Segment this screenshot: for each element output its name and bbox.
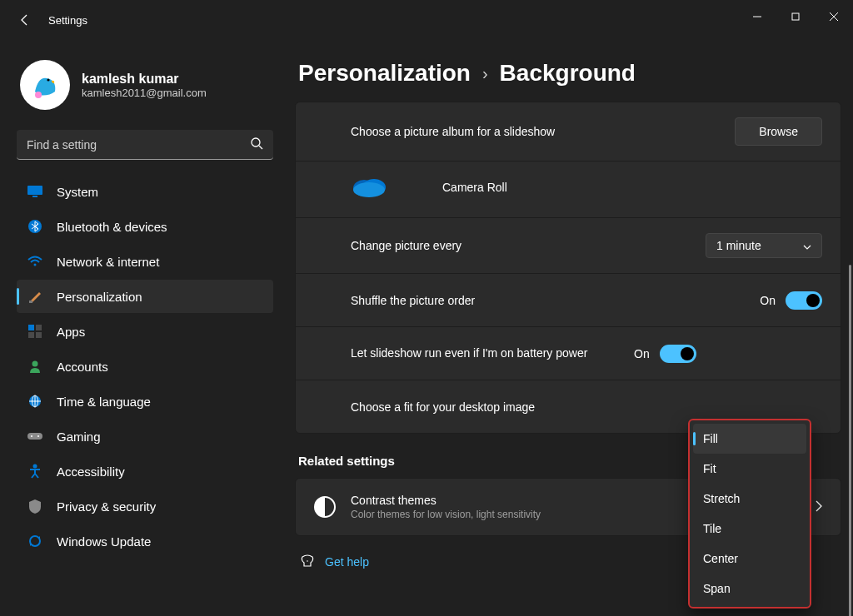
svg-rect-12 [29,301,32,303]
svg-rect-1 [792,13,799,20]
back-button[interactable] [17,13,33,27]
dropdown-option-fill[interactable]: Fill [693,424,806,454]
svg-rect-15 [28,332,34,338]
app-title: Settings [48,14,87,27]
nav-label: Personalization [57,290,142,304]
gamepad-icon [27,431,43,441]
chevron-right-icon: › [482,64,488,83]
svg-point-11 [34,264,37,266]
onedrive-icon [351,173,387,201]
album-name: Camera Roll [442,181,507,194]
settings-panel: Choose a picture album for a slideshow B… [295,102,841,434]
battery-toggle[interactable] [660,345,696,363]
person-icon [27,360,43,373]
scrollbar[interactable] [849,265,851,616]
monitor-icon [27,186,43,197]
shield-icon [27,499,43,514]
svg-rect-14 [36,325,42,330]
svg-point-23 [33,464,37,469]
maximize-button[interactable] [776,0,815,33]
nav-label: Gaming [57,430,101,444]
profile-block[interactable]: kamlesh kumar kamlesh2011@gmail.com [17,53,273,127]
help-icon [300,554,315,569]
brush-icon [27,289,43,304]
close-button[interactable] [815,0,853,33]
row-label: Choose a picture album for a slideshow [351,125,735,138]
interval-select[interactable]: 1 minute [706,233,822,258]
contrast-title: Contrast themes [351,494,541,507]
row-album: Choose a picture album for a slideshow B… [296,102,841,161]
nav-label: System [57,185,98,199]
dropdown-option-span[interactable]: Span [690,574,810,604]
breadcrumb: Personalization › Background [295,60,841,87]
accessibility-icon [27,464,43,479]
row-label: Shuffle the picture order [351,294,760,307]
row-interval: Change picture every 1 minute [296,217,841,273]
apps-icon [27,325,43,338]
svg-point-17 [32,361,38,367]
svg-point-4 [35,92,42,98]
nav-list: System Bluetooth & devices Network & int… [17,175,273,558]
nav-label: Privacy & security [57,499,156,514]
contrast-icon [314,496,336,518]
svg-point-26 [353,182,385,197]
breadcrumb-current: Background [500,60,636,87]
globe-icon [27,395,43,408]
svg-point-6 [252,138,260,147]
search-box[interactable] [17,130,273,160]
row-label: Let slideshow run even if I'm on battery… [351,345,634,362]
nav-bluetooth[interactable]: Bluetooth & devices [17,210,273,243]
nav-gaming[interactable]: Gaming [17,420,273,453]
svg-rect-8 [27,186,42,195]
nav-windows-update[interactable]: Windows Update [17,524,273,558]
bluetooth-icon [27,219,43,234]
dropdown-option-center[interactable]: Center [690,544,810,574]
nav-accessibility[interactable]: Accessibility [17,455,273,488]
toggle-state: On [760,294,776,307]
nav-network[interactable]: Network & internet [17,245,273,278]
profile-email: kamlesh2011@gmail.com [82,87,207,99]
row-shuffle: Shuffle the picture order On [296,273,841,326]
browse-button[interactable]: Browse [735,117,822,146]
nav-accounts[interactable]: Accounts [17,350,273,383]
nav-label: Accessibility [57,464,125,479]
svg-point-27 [307,560,308,562]
dropdown-option-tile[interactable]: Tile [690,514,810,544]
profile-name: kamlesh kumar [82,72,207,87]
svg-point-21 [31,435,32,437]
row-battery: Let slideshow run even if I'm on battery… [296,326,841,380]
dropdown-option-stretch[interactable]: Stretch [690,484,810,514]
svg-rect-13 [28,325,34,330]
breadcrumb-parent[interactable]: Personalization [298,60,471,87]
nav-label: Windows Update [57,534,151,549]
nav-privacy[interactable]: Privacy & security [17,489,273,523]
fit-dropdown[interactable]: Fill Fit Stretch Tile Center Span [688,419,811,609]
search-input[interactable] [27,138,250,152]
nav-label: Apps [57,325,85,339]
row-label: Change picture every [351,239,706,252]
svg-point-22 [37,435,39,437]
svg-rect-9 [32,196,37,197]
nav-label: Accounts [57,360,108,374]
svg-rect-20 [27,433,42,440]
row-album-name: Camera Roll [296,161,841,217]
search-icon [250,137,263,152]
nav-personalization[interactable]: Personalization [17,280,273,313]
select-value: 1 minute [716,239,761,252]
contrast-subtitle: Color themes for low vision, light sensi… [351,509,541,520]
sync-icon [27,534,43,548]
svg-line-7 [259,146,262,149]
nav-time-language[interactable]: Time & language [17,385,273,418]
help-label[interactable]: Get help [325,555,369,569]
shuffle-toggle[interactable] [786,291,822,310]
nav-apps[interactable]: Apps [17,315,273,348]
nav-label: Time & language [57,395,151,409]
chevron-down-icon [803,239,811,252]
row-label: Choose a fit for your desktop image [351,400,822,414]
dropdown-option-fit[interactable]: Fit [690,454,810,484]
toggle-state: On [634,347,650,360]
nav-system[interactable]: System [17,175,273,208]
nav-label: Network & internet [57,255,159,269]
minimize-button[interactable] [738,0,776,33]
svg-rect-16 [36,332,42,338]
